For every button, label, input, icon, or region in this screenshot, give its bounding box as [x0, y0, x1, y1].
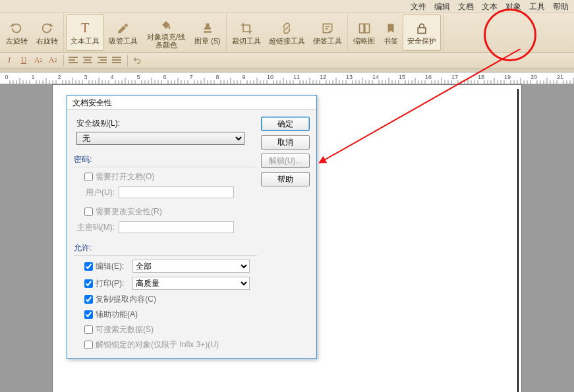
svg-text:4: 4 [110, 74, 113, 80]
menu-text[interactable]: 文本 [478, 0, 502, 13]
svg-text:7: 7 [189, 74, 192, 80]
align-center-button[interactable] [81, 55, 94, 67]
print-select[interactable]: 高质量 [132, 277, 250, 290]
fill-stroke-button[interactable]: 对象填充/线条颜色 [142, 13, 190, 52]
level-label: 安全级别(L): [76, 118, 257, 129]
format-bar: I U A2 A2 [0, 53, 574, 69]
copy-label: 复制/提取内容(C) [96, 294, 156, 305]
copy-checkbox[interactable] [84, 295, 93, 304]
svg-text:21: 21 [557, 74, 563, 80]
underline-button[interactable]: U [17, 55, 30, 67]
separator [127, 55, 128, 67]
sticky-note-button[interactable]: 便签工具 [309, 13, 346, 52]
svg-text:6: 6 [163, 74, 166, 80]
svg-text:5: 5 [136, 74, 140, 80]
rotate-left-button[interactable]: 左旋转 [1, 13, 32, 52]
horizontal-ruler: 0123456789101112131415161718192021 [0, 72, 574, 84]
rotate-right-icon [40, 21, 54, 36]
need-open-checkbox[interactable] [84, 173, 93, 181]
separator [63, 55, 64, 67]
align-right-button[interactable] [96, 55, 109, 67]
unlock-button[interactable]: 解锁(U)... [261, 154, 310, 168]
cancel-button[interactable]: 取消 [261, 135, 310, 150]
lock-icon [415, 21, 429, 36]
superscript-button[interactable]: A2 [32, 55, 45, 67]
edit-checkbox[interactable] [84, 262, 93, 271]
svg-text:1: 1 [31, 74, 34, 80]
need-change-label: 需要更改安全性(R) [96, 206, 162, 217]
access-checkbox[interactable] [84, 310, 93, 319]
svg-rect-1 [365, 24, 370, 32]
eyedropper-icon [116, 21, 130, 36]
svg-text:16: 16 [425, 74, 432, 80]
svg-text:2: 2 [57, 74, 61, 80]
unlock-objects-checkbox[interactable] [84, 341, 93, 349]
svg-rect-2 [418, 28, 426, 33]
dialog-title: 文档安全性 [67, 96, 316, 110]
align-justify-button[interactable] [110, 55, 123, 67]
menu-object[interactable]: 对象 [502, 0, 525, 13]
svg-text:19: 19 [504, 74, 511, 80]
svg-text:13: 13 [346, 74, 353, 80]
security-button[interactable]: 安全保护 [403, 14, 441, 51]
svg-text:10: 10 [267, 74, 273, 80]
paint-bucket-icon [159, 17, 173, 32]
svg-text:15: 15 [399, 74, 405, 80]
note-icon [320, 21, 335, 36]
svg-rect-0 [359, 24, 364, 32]
allow-heading: 允许: [74, 242, 257, 256]
edit-label: 编辑(E): [96, 261, 132, 272]
master-label: 主密码(M): [76, 222, 115, 233]
stamp-icon [200, 21, 215, 36]
rotate-right-button[interactable]: 右旋转 [32, 13, 62, 52]
access-label: 辅助功能(A) [96, 309, 138, 320]
master-password-input[interactable] [119, 221, 234, 233]
need-change-checkbox[interactable] [84, 208, 93, 216]
menu-doc[interactable]: 文档 [454, 0, 478, 13]
crop-button[interactable]: 裁切工具 [228, 13, 265, 52]
page-margin-line [517, 89, 519, 392]
svg-text:3: 3 [84, 74, 87, 80]
hyperlink-button[interactable]: 超链接工具 [265, 13, 309, 52]
ok-button[interactable]: 确定 [261, 117, 310, 131]
align-left-button[interactable] [67, 55, 80, 67]
svg-text:14: 14 [372, 74, 379, 80]
need-open-label: 需要打开文档(O) [96, 171, 154, 182]
italic-button[interactable]: I [3, 55, 16, 67]
text-tool-icon: T [78, 21, 92, 36]
password-heading: 密码: [74, 154, 257, 167]
svg-text:18: 18 [478, 74, 484, 80]
svg-text:0: 0 [5, 74, 8, 80]
security-dialog: 文档安全性 安全级别(L): 无 密码: 需要打开文档(O) 用户(U): 需要… [67, 95, 317, 359]
subscript-button[interactable]: A2 [46, 55, 59, 67]
help-button[interactable]: 帮助 [261, 172, 310, 186]
undo-button[interactable] [130, 55, 144, 67]
user-password-input[interactable] [119, 186, 234, 198]
svg-text:17: 17 [451, 74, 458, 80]
svg-text:11: 11 [293, 74, 300, 80]
menu-file[interactable]: 文件 [407, 0, 430, 13]
svg-text:8: 8 [215, 74, 219, 80]
menu-help[interactable]: 帮助 [549, 0, 573, 13]
svg-text:20: 20 [531, 74, 537, 80]
bookmark-icon [384, 21, 398, 36]
print-checkbox[interactable] [84, 279, 93, 288]
user-label: 用户(U): [76, 187, 115, 198]
edit-select[interactable]: 全部 [132, 260, 250, 273]
eyedropper-button[interactable]: 吸管工具 [105, 13, 142, 52]
meta-checkbox[interactable] [84, 325, 93, 334]
text-tool-button[interactable]: T 文本工具 [66, 14, 104, 51]
svg-text:12: 12 [320, 74, 326, 80]
unlock-objects-label: 解锁锁定的对象(仅限于 Infix 3+)(U) [96, 339, 219, 350]
bookmark-button[interactable]: 书签 [380, 13, 402, 52]
rotate-left-icon [9, 21, 24, 36]
stamp-button[interactable]: 图章 (S) [190, 13, 225, 52]
menu-bar: 文件 编辑 文档 文本 对象 工具 帮助 [0, 0, 574, 13]
thumbnail-button[interactable]: 缩略图 [349, 13, 380, 52]
menu-edit[interactable]: 编辑 [430, 0, 454, 13]
security-level-select[interactable]: 无 [76, 132, 244, 145]
crop-icon [239, 21, 254, 36]
menu-tool[interactable]: 工具 [525, 0, 549, 13]
thumbnail-icon [357, 21, 372, 36]
svg-text:9: 9 [242, 74, 245, 80]
